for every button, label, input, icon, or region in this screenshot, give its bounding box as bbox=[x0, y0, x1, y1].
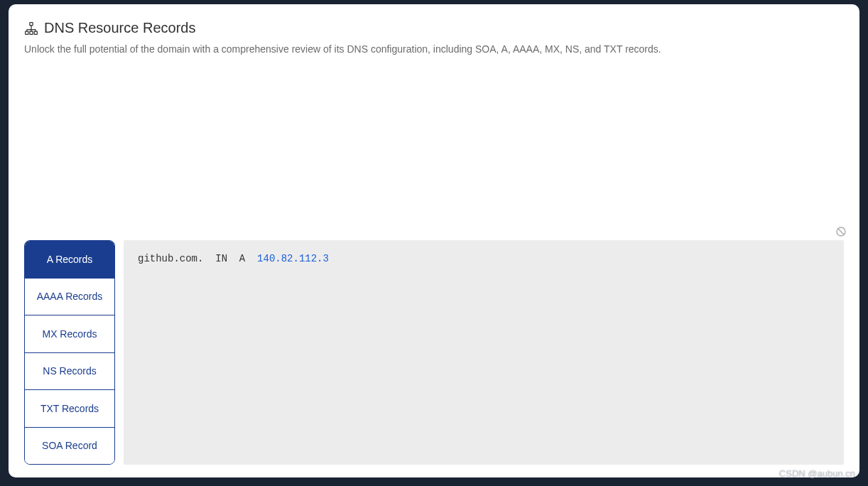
card-header: DNS Resource Records bbox=[24, 20, 844, 36]
svg-rect-1 bbox=[26, 31, 28, 34]
record-type: A bbox=[239, 253, 245, 264]
blocked-icon bbox=[835, 226, 847, 237]
svg-rect-3 bbox=[34, 31, 37, 34]
card-subtitle: Unlock the full potential of the domain … bbox=[24, 42, 844, 57]
records-content: A Records AAAA Records MX Records NS Rec… bbox=[24, 240, 844, 465]
ad-placeholder bbox=[24, 57, 844, 240]
dns-record-line: github.com. IN A 140.82.112.3 bbox=[138, 253, 830, 264]
record-value: 140.82.112.3 bbox=[257, 253, 329, 264]
sitemap-icon bbox=[24, 21, 38, 36]
tab-soa-record[interactable]: SOA Record bbox=[25, 428, 114, 465]
record-output-panel: github.com. IN A 140.82.112.3 bbox=[124, 240, 844, 465]
tab-label: NS Records bbox=[43, 365, 96, 377]
tab-aaaa-records[interactable]: AAAA Records bbox=[25, 279, 114, 316]
tab-label: AAAA Records bbox=[37, 291, 103, 302]
svg-line-11 bbox=[838, 229, 844, 234]
dns-records-card: DNS Resource Records Unlock the full pot… bbox=[9, 4, 859, 477]
card-title: DNS Resource Records bbox=[44, 20, 195, 36]
tab-label: MX Records bbox=[42, 328, 97, 340]
tab-txt-records[interactable]: TXT Records bbox=[25, 390, 114, 428]
record-type-tabs: A Records AAAA Records MX Records NS Rec… bbox=[24, 240, 115, 465]
record-class: IN bbox=[215, 253, 227, 264]
svg-rect-0 bbox=[30, 22, 33, 25]
svg-rect-2 bbox=[30, 31, 33, 34]
tab-label: SOA Record bbox=[42, 440, 97, 451]
tab-a-records[interactable]: A Records bbox=[25, 241, 114, 279]
tab-ns-records[interactable]: NS Records bbox=[25, 353, 114, 391]
tab-label: A Records bbox=[47, 254, 93, 265]
record-domain: github.com. bbox=[138, 253, 203, 264]
tab-mx-records[interactable]: MX Records bbox=[25, 315, 114, 353]
tab-label: TXT Records bbox=[40, 403, 99, 414]
